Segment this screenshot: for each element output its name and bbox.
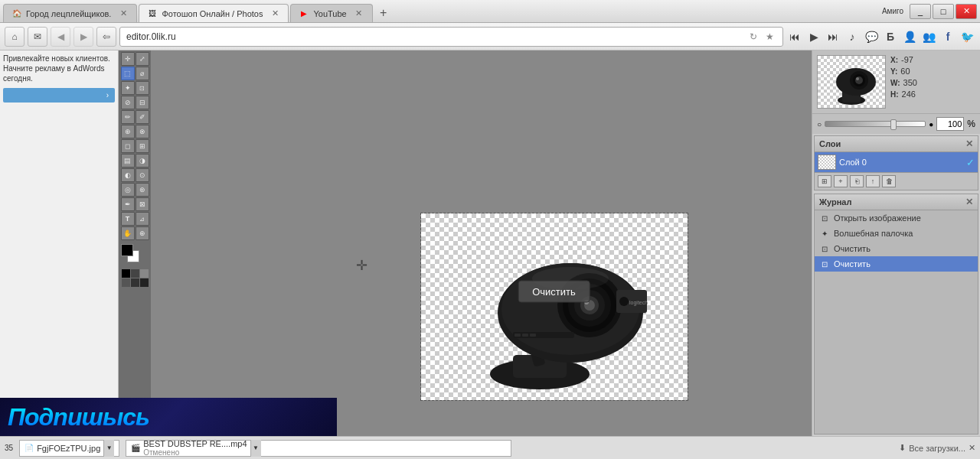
mail-button[interactable]: ✉ xyxy=(28,27,47,47)
tab1-close[interactable]: ✕ xyxy=(118,8,129,19)
tab2-close[interactable]: ✕ xyxy=(270,8,280,19)
hand-tool[interactable]: ✋ xyxy=(121,226,135,240)
layer-add-btn[interactable]: + xyxy=(834,175,848,187)
fg-color-swatch[interactable] xyxy=(121,244,133,256)
gradient-tool[interactable]: ▤ xyxy=(121,154,135,168)
layer-move-up-btn[interactable]: ↑ xyxy=(866,175,880,187)
back-button[interactable]: ◀ xyxy=(51,27,70,47)
preview-area: X: -97 Y: 60 W: 350 H: 246 xyxy=(812,50,980,114)
journal-panel-close[interactable]: ✕ xyxy=(965,197,973,207)
burn-tool[interactable]: ⊙ xyxy=(136,168,149,182)
download-label: Все загрузки... xyxy=(909,444,965,453)
media-dropdown-btn[interactable]: ▼ xyxy=(250,440,261,457)
favorite-icon[interactable]: ★ xyxy=(763,30,776,44)
svg-point-13 xyxy=(619,297,629,306)
coord-y-row: Y: 60 xyxy=(890,67,975,76)
eraser-tool[interactable]: ◻ xyxy=(121,139,135,153)
lasso-tool[interactable]: ⌀ xyxy=(136,67,149,80)
download-all-link[interactable]: ⬇ Все загрузки... ✕ xyxy=(899,443,975,453)
subscribe-text: Подпишысь xyxy=(8,403,149,431)
tool-row-2: ⬚ ⌀ xyxy=(121,67,149,80)
ad-button[interactable]: › xyxy=(3,88,115,103)
opacity-slider-track[interactable] xyxy=(825,121,926,127)
eyedropper-tool[interactable]: ⊘ xyxy=(121,96,135,109)
journal-item-3[interactable]: ⊡ Очистить xyxy=(815,256,978,272)
layer-0-visible[interactable]: ✓ xyxy=(966,157,975,168)
color-dark[interactable] xyxy=(131,269,139,278)
tool-row-1: ✛ ⤢ xyxy=(121,52,149,66)
brush-tool[interactable]: ✏ xyxy=(121,110,135,124)
twitter-icon[interactable]: 🐦 xyxy=(959,28,975,45)
rect-select-tool[interactable]: ⬚ xyxy=(121,67,135,80)
pencil-tool[interactable]: ✐ xyxy=(136,110,149,124)
tab-1[interactable]: 🏠 Город лецплейщиков. ✕ xyxy=(3,4,137,22)
color-vdark[interactable] xyxy=(140,278,149,287)
preview-thumbnail xyxy=(817,55,886,109)
user-icon[interactable]: 👤 xyxy=(901,28,918,45)
home-button[interactable]: ⌂ xyxy=(5,27,24,47)
color-dkgray[interactable] xyxy=(131,278,139,287)
move-tool[interactable]: ✛ xyxy=(121,52,135,66)
chat-icon[interactable]: 💬 xyxy=(863,28,880,45)
refresh-icon[interactable]: ↻ xyxy=(746,30,760,44)
prev-nav-icon[interactable]: ⏮ xyxy=(786,28,803,45)
pattern-tool[interactable]: ⊗ xyxy=(136,125,149,138)
tab-3[interactable]: ▶ YouTube ✕ xyxy=(290,4,372,22)
journal-label-1: Волшебная палочка xyxy=(834,229,913,238)
layer-blend-btn[interactable]: ⊞ xyxy=(818,175,831,187)
bg-eraser-tool[interactable]: ⊞ xyxy=(136,139,149,153)
layers-panel-close[interactable]: ✕ xyxy=(965,138,973,149)
layer-trash-btn[interactable]: 🗑 xyxy=(882,175,896,187)
new-tab-button[interactable]: + xyxy=(374,4,393,22)
share-button[interactable]: ⇦ xyxy=(96,27,116,47)
dodge-tool[interactable]: ◐ xyxy=(121,168,135,182)
status-media-section: 🎬 BEST DUBSTEP RE....mp4 Отменено ▼ xyxy=(126,440,511,457)
ruler-tool[interactable]: ⊟ xyxy=(136,96,149,109)
transform-tool[interactable]: ⤢ xyxy=(136,52,149,66)
music-icon[interactable]: ♪ xyxy=(844,28,861,45)
stamp-tool[interactable]: ⊕ xyxy=(121,125,135,138)
close-window-button[interactable]: ✕ xyxy=(956,4,977,19)
next-nav-icon[interactable]: ⏭ xyxy=(825,28,841,45)
journal-item-1[interactable]: ✦ Волшебная палочка xyxy=(815,226,978,241)
fill-tool[interactable]: ◑ xyxy=(136,154,149,168)
file-dropdown-btn[interactable]: ▼ xyxy=(103,440,114,457)
play-icon[interactable]: ▶ xyxy=(805,28,822,45)
bold-icon[interactable]: Б xyxy=(882,28,899,45)
layer-item-0[interactable]: Слой 0 ✓ xyxy=(815,152,978,172)
canvas-wrapper: logitech Очистить xyxy=(420,213,688,401)
pen-tool[interactable]: ✒ xyxy=(121,197,135,211)
blur-tool[interactable]: ◎ xyxy=(121,183,135,197)
tab1-favicon: 🏠 xyxy=(11,8,22,19)
opacity-right-icon: ● xyxy=(929,120,933,129)
journal-item-2[interactable]: ⊡ Очистить xyxy=(815,241,978,256)
maximize-button[interactable]: □ xyxy=(933,4,954,19)
journal-item-0[interactable]: ⊡ Открыть изображение xyxy=(815,210,978,226)
people-icon[interactable]: 👥 xyxy=(920,28,937,45)
vert-text-tool[interactable]: ⊿ xyxy=(136,212,149,226)
layer-duplicate-btn[interactable]: ⎗ xyxy=(850,175,864,187)
browser-toolbar: ⌂ ✉ ◀ ▶ ⇦ editor.0lik.ru ↻ ★ ⏮ ▶ ⏭ ♪ 💬 Б… xyxy=(0,23,980,50)
forward-button[interactable]: ▶ xyxy=(74,27,93,47)
color-dgray[interactable] xyxy=(122,278,130,287)
media-title: BEST DUBSTEP RE....mp4 xyxy=(143,439,247,448)
minimize-button[interactable]: _ xyxy=(910,4,931,19)
opacity-input[interactable] xyxy=(936,117,964,131)
color-gray[interactable] xyxy=(140,269,149,278)
color-black[interactable] xyxy=(122,269,130,278)
download-close-icon[interactable]: ✕ xyxy=(969,443,975,453)
address-icons: ↻ ★ xyxy=(746,30,776,44)
crop-tool[interactable]: ⊡ xyxy=(136,81,149,95)
path-tool[interactable]: ⊠ xyxy=(136,197,149,211)
zoom-tool[interactable]: ⊕ xyxy=(136,226,149,240)
tab-2[interactable]: 🖼 Фотошоп Онлайн / Photos ✕ xyxy=(139,4,289,22)
address-bar[interactable]: editor.0lik.ru ↻ ★ xyxy=(119,27,783,47)
wand-tool[interactable]: ✦ xyxy=(121,81,135,95)
journal-icon-1: ✦ xyxy=(819,228,830,239)
opacity-slider-thumb[interactable] xyxy=(890,119,897,130)
tab3-close[interactable]: ✕ xyxy=(354,8,364,19)
clear-button[interactable]: Очистить xyxy=(518,281,590,303)
text-tool[interactable]: T xyxy=(121,212,135,226)
facebook-icon[interactable]: f xyxy=(939,28,956,45)
sharpen-tool[interactable]: ⊛ xyxy=(136,183,149,197)
